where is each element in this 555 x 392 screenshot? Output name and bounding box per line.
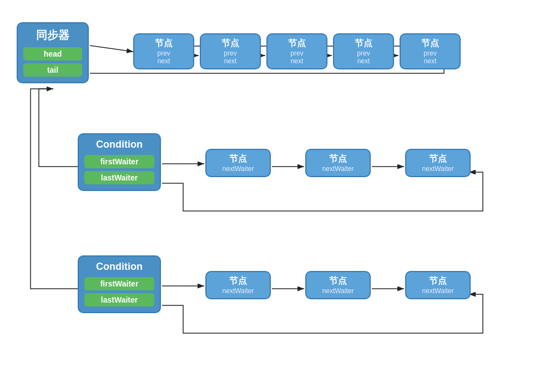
dbl-node-2-title: 节点 — [206, 38, 254, 49]
dbl-node-2: 节点 prev next — [200, 33, 261, 69]
dbl-node-5-prev: prev — [406, 49, 454, 57]
waiter2-node-1-sub: nextWaiter — [215, 287, 261, 295]
sync-box: 同步器 head tail — [17, 22, 89, 83]
dbl-node-3-next: next — [273, 57, 321, 65]
waiter2-node-1-title: 节点 — [215, 275, 261, 287]
waiter1-node-3-title: 节点 — [415, 153, 461, 165]
dbl-node-5-title: 节点 — [406, 38, 454, 49]
dbl-node-5-next: next — [406, 57, 454, 65]
diagram-container: 同步器 head tail 节点 prev next 节点 prev next … — [0, 0, 555, 392]
sync-title: 同步器 — [23, 28, 82, 43]
dbl-node-3-prev: prev — [273, 49, 321, 57]
waiter1-node-1-sub: nextWaiter — [215, 165, 261, 173]
waiter2-node-2-title: 节点 — [315, 275, 361, 287]
dbl-node-4: 节点 prev next — [333, 33, 394, 69]
dbl-node-3-title: 节点 — [273, 38, 321, 49]
dbl-node-4-prev: prev — [340, 49, 387, 57]
condition2-box: Condition firstWaiter lastWaiter — [78, 255, 161, 313]
dbl-node-1: 节点 prev next — [133, 33, 194, 69]
condition2-last: lastWaiter — [84, 293, 154, 306]
waiter1-node-1-title: 节点 — [215, 153, 261, 165]
dbl-node-2-next: next — [206, 57, 254, 65]
dbl-node-1-title: 节点 — [140, 38, 188, 49]
dbl-node-4-next: next — [340, 57, 387, 65]
waiter1-node-2: 节点 nextWaiter — [305, 149, 371, 177]
dbl-node-3: 节点 prev next — [266, 33, 327, 69]
waiter2-node-3: 节点 nextWaiter — [405, 271, 471, 299]
head-button: head — [23, 47, 82, 61]
condition1-box: Condition firstWaiter lastWaiter — [78, 133, 161, 191]
condition1-last: lastWaiter — [84, 171, 154, 184]
waiter2-node-2-sub: nextWaiter — [315, 287, 361, 295]
condition2-title: Condition — [84, 261, 154, 273]
dbl-node-1-next: next — [140, 57, 188, 65]
tail-button: tail — [23, 63, 82, 77]
dbl-node-5: 节点 prev next — [400, 33, 461, 69]
dbl-node-1-prev: prev — [140, 49, 188, 57]
condition1-title: Condition — [84, 139, 154, 150]
waiter1-node-2-sub: nextWaiter — [315, 165, 361, 173]
waiter1-node-3-sub: nextWaiter — [415, 165, 461, 173]
waiter2-node-3-title: 节点 — [415, 275, 461, 287]
dbl-node-4-title: 节点 — [340, 38, 387, 49]
condition2-first: firstWaiter — [84, 277, 154, 290]
waiter2-node-2: 节点 nextWaiter — [305, 271, 371, 299]
waiter1-node-3: 节点 nextWaiter — [405, 149, 471, 177]
waiter2-node-1: 节点 nextWaiter — [205, 271, 271, 299]
waiter1-node-1: 节点 nextWaiter — [205, 149, 271, 177]
condition1-first: firstWaiter — [84, 155, 154, 168]
dbl-node-2-prev: prev — [206, 49, 254, 57]
waiter1-node-2-title: 节点 — [315, 153, 361, 165]
svg-line-2 — [90, 46, 133, 52]
waiter2-node-3-sub: nextWaiter — [415, 287, 461, 295]
